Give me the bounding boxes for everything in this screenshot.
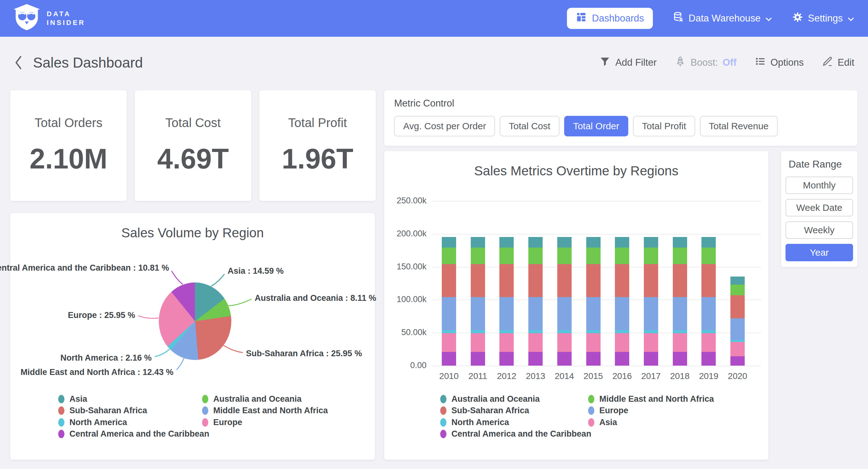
list-options-icon	[755, 56, 766, 69]
kpi-card-total-orders: Total Orders 2.10M	[10, 90, 127, 201]
bar-segment-north-america	[673, 330, 687, 333]
add-filter-label: Add Filter	[615, 57, 657, 68]
y-axis-label: 250.00k	[384, 196, 427, 206]
nav-dashboards-label: Dashboards	[592, 13, 644, 24]
options-button[interactable]: Options	[755, 56, 804, 69]
nav-settings[interactable]: Settings	[792, 11, 854, 25]
bar-segment-middle-east-and-north-africa	[471, 247, 485, 264]
legend-item-sub-saharan-africa[interactable]: Sub-Saharan Africa	[58, 406, 147, 415]
legend-item-north-america[interactable]: North America	[440, 418, 509, 427]
bar-segment-australia-and-oceania	[673, 237, 687, 247]
metric-option-avg-cost-per-order[interactable]: Avg. Cost per Order	[394, 116, 495, 137]
y-axis-label: 200.00k	[384, 229, 427, 239]
legend-item-central-america-and-the-caribbean[interactable]: Central America and the Caribbean	[440, 429, 591, 439]
bar-segment-north-america	[528, 330, 542, 333]
kpi-label: Total Profit	[259, 116, 376, 130]
legend-item-australia-and-oceania[interactable]: Australia and Oceania	[202, 394, 302, 404]
bar-segment-sub-saharan-africa	[499, 264, 514, 297]
legend-swatch	[58, 430, 64, 438]
legend-label: Central America and the Caribbean	[69, 429, 209, 439]
date-range-option-weekly[interactable]: Weekly	[785, 222, 853, 239]
date-range-buttons: MonthlyWeek DateWeeklyYear	[785, 177, 853, 261]
legend-label: North America	[452, 418, 509, 427]
bar-2019[interactable]	[702, 237, 716, 365]
back-button[interactable]	[14, 55, 24, 70]
bar-2010[interactable]	[442, 237, 456, 365]
boost-label: Boost:	[690, 57, 718, 68]
pie-callout-sub-saharan-africa: Sub-Saharan Africa : 25.95 %	[246, 349, 362, 358]
metric-option-total-cost[interactable]: Total Cost	[500, 116, 559, 137]
legend-label: Asia	[69, 394, 87, 404]
bar-2017[interactable]	[644, 237, 658, 365]
pie-callout-europe: Europe : 25.95 %	[68, 311, 135, 320]
legend-item-asia[interactable]: Asia	[588, 418, 617, 427]
bar-2014[interactable]	[557, 237, 571, 365]
pie-chart[interactable]	[159, 283, 231, 360]
kpi-value: 1.96T	[259, 143, 376, 175]
legend-label: Asia	[599, 418, 617, 427]
legend-item-europe[interactable]: Europe	[202, 418, 242, 427]
date-range-option-week-date[interactable]: Week Date	[785, 199, 853, 216]
top-navbar: DATA INSIDER Dashboards	[0, 0, 868, 37]
bar-segment-australia-and-oceania	[702, 237, 716, 247]
bar-segment-europe	[615, 297, 629, 330]
kpi-card-total-cost: Total Cost 4.69T	[135, 90, 251, 201]
bar-segment-asia	[673, 333, 687, 352]
legend-item-north-america[interactable]: North America	[58, 418, 127, 427]
legend-item-australia-and-oceania[interactable]: Australia and Oceania	[440, 394, 540, 404]
legend-item-central-america-and-the-caribbean[interactable]: Central America and the Caribbean	[58, 429, 209, 439]
bar-segment-north-america	[586, 330, 600, 333]
bar-segment-central-america-and-the-caribbean	[557, 352, 571, 365]
boost-toggle[interactable]: Boost: Off	[675, 56, 737, 69]
bar-segment-middle-east-and-north-africa	[442, 247, 456, 264]
chevron-down-icon	[847, 13, 854, 24]
bar-2018[interactable]	[673, 237, 687, 365]
bar-segment-north-america	[615, 330, 629, 333]
add-filter-button[interactable]: Add Filter	[599, 56, 657, 69]
kpi-label: Total Cost	[135, 116, 251, 130]
bar-2016[interactable]	[615, 237, 629, 365]
bar-segment-europe	[702, 297, 716, 330]
edit-label: Edit	[838, 57, 854, 68]
nav-data-warehouse[interactable]: Data Warehouse	[673, 11, 772, 25]
date-range-option-monthly[interactable]: Monthly	[785, 177, 853, 194]
bar-segment-europe	[499, 297, 514, 330]
bar-segment-north-america	[644, 330, 658, 333]
metric-option-total-revenue[interactable]: Total Revenue	[700, 116, 778, 137]
legend-item-asia[interactable]: Asia	[58, 394, 87, 404]
bar-segment-australia-and-oceania	[557, 237, 571, 247]
gridline	[433, 365, 761, 366]
bar-segment-asia	[528, 333, 542, 352]
legend-item-sub-saharan-africa[interactable]: Sub-Saharan Africa	[440, 406, 529, 415]
bar-2020[interactable]	[731, 276, 745, 365]
bar-2012[interactable]	[499, 237, 514, 365]
y-axis-label: 150.00k	[384, 262, 427, 271]
bar-segment-sub-saharan-africa	[644, 264, 658, 297]
legend-swatch	[588, 395, 594, 403]
legend-item-europe[interactable]: Europe	[588, 406, 628, 415]
date-range-option-year[interactable]: Year	[785, 244, 853, 261]
bar-segment-europe	[557, 297, 571, 330]
bar-segment-central-america-and-the-caribbean	[615, 352, 629, 365]
metric-option-total-profit[interactable]: Total Profit	[633, 116, 695, 137]
bar-segment-sub-saharan-africa	[471, 264, 485, 297]
nav-dashboards[interactable]: Dashboards	[567, 8, 653, 29]
bar-segment-sub-saharan-africa	[702, 264, 716, 297]
metric-option-total-order[interactable]: Total Order	[564, 116, 628, 137]
legend-item-middle-east-and-north-africa[interactable]: Middle East and North Africa	[202, 406, 328, 415]
legend-label: Sub-Saharan Africa	[452, 406, 529, 415]
bar-2015[interactable]	[586, 237, 600, 365]
bar-segment-sub-saharan-africa	[673, 264, 687, 297]
rocket-icon	[675, 56, 686, 69]
app-logo[interactable]: DATA INSIDER	[14, 4, 85, 33]
gridline	[433, 201, 761, 202]
x-axis-label: 2020	[719, 371, 756, 381]
bar-segment-north-america	[557, 330, 571, 333]
edit-button[interactable]: Edit	[822, 56, 854, 69]
bar-segment-sub-saharan-africa	[442, 264, 456, 297]
bar-2011[interactable]	[471, 237, 485, 365]
legend-item-middle-east-and-north-africa[interactable]: Middle East and North Africa	[588, 394, 714, 404]
page-header: Sales Dashboard Add Filter Boost: Off	[0, 37, 868, 88]
bar-2013[interactable]	[528, 237, 542, 365]
bar-segment-central-america-and-the-caribbean	[673, 352, 687, 365]
